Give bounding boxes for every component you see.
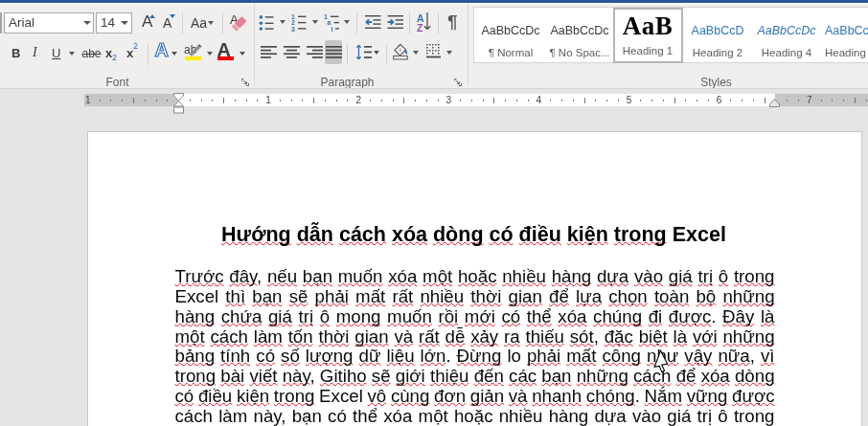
svg-text:i: i [331, 26, 333, 32]
svg-text:3: 3 [291, 26, 295, 32]
